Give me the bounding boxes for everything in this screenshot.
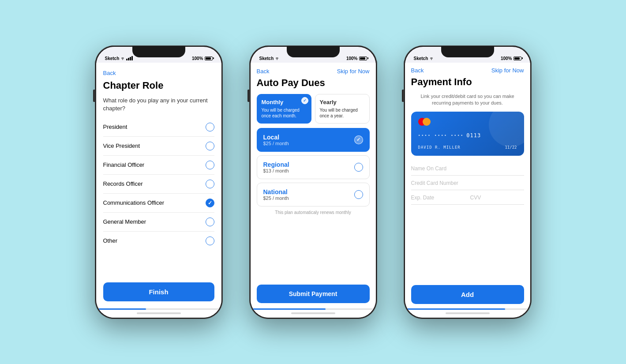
billing-yearly-sub: You will be charged once a year.	[320, 107, 365, 119]
plan-name-local: Local	[263, 134, 289, 141]
exp-cvv-row: Exp. Date CVV	[411, 191, 524, 205]
chapter-role-subtitle: What role do you play any in your curren…	[103, 97, 214, 113]
billing-yearly[interactable]: Yearly You will be charged once a year.	[315, 94, 370, 124]
radio-vp[interactable]	[206, 142, 214, 150]
skip-button-2[interactable]: Skip for Now	[337, 68, 370, 75]
role-label-vp: Vice President	[103, 143, 140, 149]
finish-button[interactable]: Finish	[103, 282, 214, 301]
plan-price-regional: $13 / month	[263, 168, 289, 173]
plan-item-local[interactable]: Local $25 / month ✓	[257, 128, 370, 152]
cvv-field[interactable]: CVV	[470, 195, 524, 201]
screen-auto-pay: Back Skip for Now Auto Pay Dues ✓ Monthl…	[251, 63, 376, 318]
credit-card-number-field[interactable]: Credit Card Number	[411, 176, 524, 190]
role-label-other: Other	[103, 237, 118, 244]
credit-card: •••• •••• •••• 0113 DAVID R. MILLER 11/2…	[411, 112, 524, 156]
wifi-icon-3	[429, 56, 434, 60]
name-on-card-field[interactable]: Name On Card	[411, 162, 524, 176]
phone-notch	[132, 47, 185, 57]
phone-auto-pay: Sketch 100% Back Skip for Now Auto Pay D…	[249, 45, 377, 319]
role-item-president[interactable]: President	[103, 118, 214, 137]
plan-price-local: $25 / month	[263, 141, 289, 146]
card-number-row: •••• •••• •••• 0113	[418, 132, 517, 139]
page-title-3: Payment Info	[411, 76, 524, 88]
renew-note: This plan automaticaly renews monthly	[257, 210, 370, 215]
plan-radio-local[interactable]: ✓	[354, 135, 363, 144]
progress-bar-1	[96, 308, 221, 310]
progress-bar-3	[405, 308, 530, 310]
role-label-communications: Communications Officer	[103, 199, 164, 206]
progress-bar-2	[251, 308, 376, 310]
radio-other[interactable]	[206, 236, 214, 245]
carrier-label-3: Sketch	[414, 56, 428, 61]
role-label-financial: Financial Officer	[103, 161, 145, 168]
role-label-president: President	[103, 124, 127, 130]
billing-monthly[interactable]: ✓ Monthly You will be charged once each …	[257, 94, 311, 124]
battery-icon-1	[205, 56, 213, 60]
page-title-1: Chapter Role	[103, 80, 214, 91]
exp-date-field[interactable]: Exp. Date	[411, 195, 465, 201]
plan-list: Local $25 / month ✓ Regional $13 / month	[257, 128, 370, 206]
submit-payment-button[interactable]: Submit Payment	[257, 285, 370, 303]
battery-icon-2	[359, 56, 367, 60]
role-item-communications[interactable]: Communications Officer	[103, 194, 214, 213]
back-button-2[interactable]: Back	[257, 68, 270, 75]
battery-label-3: 100%	[501, 56, 512, 61]
card-bottom: DAVID R. MILLER 11/22	[418, 145, 517, 150]
billing-yearly-label: Yearly	[320, 99, 365, 105]
role-item-vp[interactable]: Vice President	[103, 137, 214, 156]
battery-label-1: 100%	[192, 56, 203, 61]
role-item-other[interactable]: Other	[103, 232, 214, 250]
wifi-icon-1	[120, 56, 125, 60]
signal-bars-1	[126, 56, 133, 60]
radio-general[interactable]	[206, 218, 214, 226]
role-label-general: General Member	[103, 218, 146, 225]
page-title-2: Auto Pay Dues	[257, 77, 370, 89]
screen-chapter-role: Back Chapter Role What role do you play …	[96, 63, 221, 318]
carrier-label-1: Sketch	[105, 56, 120, 61]
add-button[interactable]: Add	[411, 285, 524, 304]
wifi-icon-2	[275, 56, 279, 60]
phone-chapter-role: Sketch 100% Ba	[95, 45, 223, 319]
carrier-label-2: Sketch	[259, 56, 274, 61]
phone-payment-info: Sketch 100% Back Skip for Now Payment In…	[404, 45, 532, 319]
plan-name-regional: Regional	[263, 161, 289, 168]
screen-payment-info: Back Skip for Now Payment Info Link your…	[405, 63, 530, 318]
plan-item-national[interactable]: National $25 / month	[257, 183, 370, 206]
role-list: President Vice President Financial Offic…	[103, 118, 214, 250]
battery-icon-3	[514, 56, 521, 60]
back-button-3[interactable]: Back	[411, 67, 424, 74]
billing-monthly-label: Monthly	[262, 99, 307, 105]
radio-president[interactable]	[206, 123, 214, 131]
plan-name-national: National	[263, 188, 289, 195]
radio-records[interactable]	[206, 180, 214, 188]
mastercard-logo	[418, 118, 431, 126]
role-label-records: Records Officer	[103, 180, 143, 187]
plan-radio-regional[interactable]	[354, 163, 363, 172]
role-item-general[interactable]: General Member	[103, 213, 214, 232]
battery-label-2: 100%	[346, 56, 358, 61]
skip-button-3[interactable]: Skip for Now	[491, 67, 524, 74]
card-holder-name: DAVID R. MILLER	[418, 145, 461, 150]
plan-item-regional[interactable]: Regional $13 / month	[257, 155, 370, 179]
billing-monthly-sub: You will be charged once each month.	[262, 107, 307, 119]
phone-notch-3	[441, 47, 494, 57]
home-indicator-3	[446, 312, 490, 314]
home-indicator-2	[291, 312, 335, 314]
plan-radio-national[interactable]	[354, 190, 363, 199]
phone-notch-2	[287, 47, 340, 57]
card-dots: •••• •••• ••••	[418, 133, 464, 138]
role-item-records[interactable]: Records Officer	[103, 175, 214, 194]
billing-monthly-check: ✓	[301, 97, 308, 104]
plan-price-national: $25 / month	[263, 195, 289, 201]
back-button-1[interactable]: Back	[103, 70, 116, 76]
radio-communications[interactable]	[206, 199, 214, 207]
payment-subtitle: Link your credit/debit card so you can m…	[411, 93, 524, 107]
billing-toggle: ✓ Monthly You will be charged once each …	[257, 94, 370, 124]
home-indicator-1	[137, 312, 181, 314]
card-expiry: 11/22	[505, 145, 517, 150]
role-item-financial[interactable]: Financial Officer	[103, 156, 214, 175]
radio-financial[interactable]	[206, 161, 214, 169]
card-last-four: 0113	[466, 132, 481, 139]
